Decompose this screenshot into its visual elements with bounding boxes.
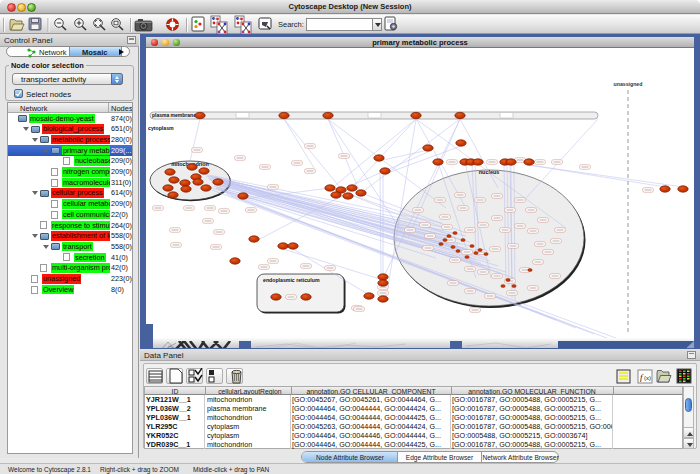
svg-text:plasma membrane: plasma membrane xyxy=(152,112,196,118)
svg-text:unassigned: unassigned xyxy=(614,81,643,87)
svg-text:endoplasmic reticulum: endoplasmic reticulum xyxy=(263,277,320,283)
svg-text:cytoplasm: cytoplasm xyxy=(148,125,174,131)
